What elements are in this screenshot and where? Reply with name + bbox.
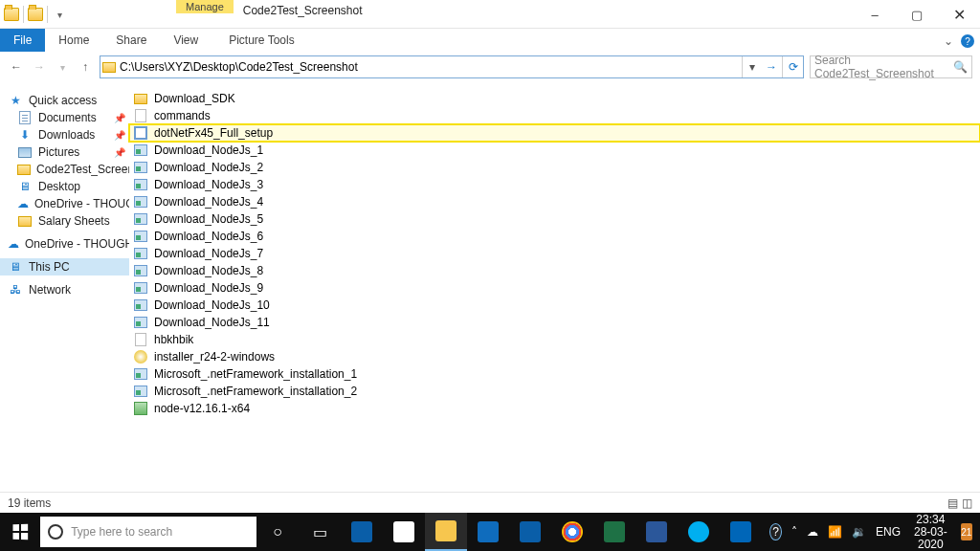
tray-overflow-icon[interactable]: ˄ (791, 525, 797, 539)
maximize-button[interactable]: ▢ (896, 0, 938, 29)
file-row[interactable]: Microsoft_.netFramework_installation_1 (129, 365, 980, 383)
picture-tools-tab[interactable]: Picture Tools (215, 30, 307, 51)
sidebar-pictures[interactable]: Pictures📌 (0, 143, 129, 161)
img-icon (133, 194, 148, 209)
file-row[interactable]: node-v12.16.1-x64 (129, 400, 980, 417)
file-row[interactable]: Download_NodeJs_5 (129, 210, 980, 228)
file-row[interactable]: Download_NodeJs_3 (129, 176, 980, 193)
file-list[interactable]: Download_SDKcommandsdotNetFx45_Full_setu… (129, 84, 980, 524)
input-language[interactable]: ENG (876, 525, 901, 539)
recent-locations-icon[interactable]: ▾ (54, 62, 71, 73)
file-tab[interactable]: File (0, 29, 45, 52)
sidebar-network[interactable]: 🖧Network (0, 281, 129, 298)
network-tray-icon[interactable]: 📶 (828, 525, 842, 539)
qat-dropdown-icon[interactable]: ▾ (52, 7, 67, 22)
onedrive-tray-icon[interactable]: ☁ (807, 525, 818, 539)
qat-folder-icon[interactable] (28, 7, 43, 22)
cloud-icon: ☁ (17, 197, 29, 210)
file-row[interactable]: dotNetFx45_Full_setup (129, 124, 980, 142)
img-icon (133, 229, 148, 244)
file-row[interactable]: Download_NodeJs_8 (129, 262, 980, 279)
forward-button[interactable]: → (31, 60, 48, 74)
app-folder-icon (4, 7, 19, 22)
file-row[interactable]: Download_NodeJs_10 (129, 297, 980, 314)
sidebar-salary[interactable]: Salary Sheets (0, 212, 129, 230)
file-name: installer_r24-2-windows (154, 350, 275, 364)
quick-access-toolbar: ▾ (0, 0, 71, 29)
navigation-row: ← → ▾ ↑ ▾ → ⟳ Search Code2Test_Screensho… (0, 54, 980, 84)
file-row[interactable]: Download_NodeJs_9 (129, 279, 980, 297)
action-center-icon[interactable]: 21 (961, 523, 972, 540)
txt-icon (133, 108, 148, 123)
file-row[interactable]: Download_NodeJs_11 (129, 314, 980, 331)
cortana-button[interactable]: ○ (256, 513, 299, 551)
sidebar-onedrive-1[interactable]: ☁OneDrive - THOUGH (0, 195, 129, 212)
search-icon[interactable]: 🔍 (953, 60, 968, 74)
ribbon-tabs: File Home Share View Picture Tools (0, 29, 308, 52)
skype-icon[interactable] (678, 513, 720, 551)
up-button[interactable]: ↑ (77, 60, 94, 74)
help-tray-icon[interactable]: ? (769, 523, 782, 540)
word-icon[interactable] (635, 513, 678, 551)
share-tab[interactable]: Share (102, 30, 160, 51)
explorer-body: ★ Quick access Documents📌 ⬇Downloads📌 Pi… (0, 84, 980, 524)
img-icon (133, 280, 148, 296)
file-row[interactable]: Download_NodeJs_6 (129, 228, 980, 245)
start-button[interactable] (0, 513, 40, 551)
file-row[interactable]: Download_NodeJs_1 (129, 142, 980, 159)
taskbar-search[interactable]: Type here to search (40, 517, 256, 547)
sidebar-this-pc[interactable]: 🖥This PC (0, 258, 129, 276)
sidebar-c2t-folder[interactable]: Code2Test_Screensh (0, 161, 129, 178)
excel-icon[interactable] (593, 513, 635, 551)
ribbon-collapse-icon[interactable]: ⌄ (944, 34, 953, 48)
file-row[interactable]: Download_NodeJs_4 (129, 193, 980, 210)
minimize-button[interactable]: – (854, 0, 896, 29)
large-icons-view-icon[interactable]: ◫ (962, 496, 972, 510)
chrome-icon[interactable] (551, 513, 593, 551)
sidebar-label: Salary Sheets (38, 214, 110, 228)
sidebar-desktop[interactable]: 🖥Desktop (0, 178, 129, 195)
task-view-button[interactable]: ▭ (299, 513, 341, 551)
file-row[interactable]: commands (129, 107, 980, 124)
close-button[interactable]: ✕ (938, 0, 980, 29)
sidebar-documents[interactable]: Documents📌 (0, 109, 129, 126)
context-tab-header: Manage (176, 0, 234, 13)
refresh-button[interactable]: ⟳ (782, 56, 803, 77)
clock[interactable]: 23:34 28-03-2020 (910, 514, 950, 551)
status-bar: 19 items ▤ ◫ (0, 492, 980, 513)
details-view-icon[interactable]: ▤ (947, 496, 958, 510)
file-row[interactable]: hbkhbik (129, 331, 980, 348)
file-row[interactable]: installer_r24-2-windows (129, 348, 980, 365)
sidebar-onedrive-2[interactable]: ☁OneDrive - THOUGH (0, 235, 129, 253)
file-name: Download_SDK (154, 92, 235, 105)
address-bar[interactable]: ▾ → ⟳ (100, 55, 804, 78)
file-row[interactable]: Download_SDK (129, 90, 980, 107)
address-input[interactable] (118, 60, 742, 74)
taskbar-apps: ○ ▭ (256, 513, 762, 551)
sidebar-quick-access[interactable]: ★ Quick access (0, 92, 129, 109)
volume-tray-icon[interactable]: 🔉 (852, 525, 866, 539)
file-name: Download_NodeJs_9 (154, 281, 263, 295)
file-name: Download_NodeJs_10 (154, 298, 270, 312)
file-row[interactable]: Download_NodeJs_2 (129, 159, 980, 176)
help-icon[interactable]: ? (961, 34, 974, 48)
file-row[interactable]: Download_NodeJs_7 (129, 245, 980, 262)
file-name: dotNetFx45_Full_setup (154, 126, 273, 140)
file-explorer-icon[interactable] (425, 513, 467, 551)
sidebar-downloads[interactable]: ⬇Downloads📌 (0, 126, 129, 143)
file-row[interactable]: Microsoft_.netFramework_installation_2 (129, 383, 980, 400)
cortana-circle-icon (48, 524, 63, 540)
img-icon (133, 160, 148, 175)
edge-icon[interactable] (341, 513, 383, 551)
home-tab[interactable]: Home (45, 30, 102, 51)
mail-icon[interactable] (467, 513, 509, 551)
go-button[interactable]: → (761, 60, 782, 74)
sidebar-label: OneDrive - THOUGH (25, 237, 129, 251)
store-icon[interactable] (383, 513, 425, 551)
address-history-dropdown-icon[interactable]: ▾ (742, 56, 761, 77)
search-box[interactable]: Search Code2Test_Screenshot 🔍 (810, 55, 972, 78)
outlook-icon[interactable] (509, 513, 551, 551)
vscode-icon[interactable] (720, 513, 762, 551)
back-button[interactable]: ← (8, 60, 25, 74)
view-tab[interactable]: View (160, 30, 212, 51)
